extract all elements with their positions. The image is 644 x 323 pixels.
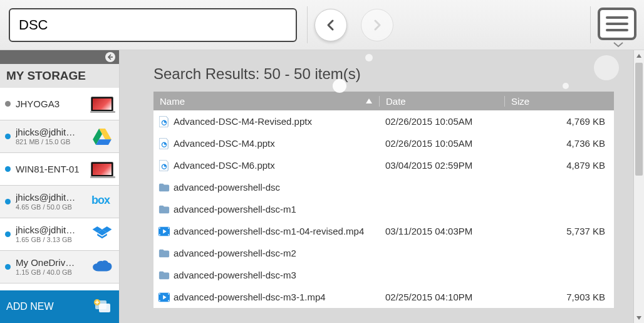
caret-up-icon (636, 53, 642, 59)
status-dot (5, 199, 11, 204)
sort-asc-icon (365, 97, 373, 105)
add-new-button[interactable]: ADD NEW (0, 290, 119, 323)
status-dot (5, 166, 11, 172)
svg-rect-28 (168, 300, 169, 301)
file-name: advanced-powershell-dsc-m3-1.mp4 (174, 292, 326, 302)
cell-date: 03/04/2015 02:59PM (379, 160, 504, 171)
onedrive-icon (90, 258, 114, 277)
column-label: Name (160, 96, 185, 107)
sidebar: MY STORAGE JHYOGA3jhicks@jdhit…821 MB / … (0, 50, 120, 323)
table-row[interactable]: Advanced-DSC-M6.pptx03/04/2015 02:59PM4,… (153, 154, 614, 176)
cell-name: advanced-powershell-dsc-m3 (153, 270, 379, 281)
mp4-icon (158, 292, 170, 303)
table-row[interactable]: Advanced-DSC-M4.pptx02/26/2015 10:05AM4,… (153, 132, 614, 154)
column-header-date[interactable]: Date (379, 96, 504, 107)
topbar (0, 0, 644, 50)
results-title: Search Results: 50 - 50 item(s) (153, 65, 614, 83)
column-label: Size (511, 96, 529, 107)
storage-meta: 4.65 GB / 50.0 GB (16, 203, 90, 211)
table-row[interactable]: Advanced-DSC-M4-Revised.pptx02/26/2015 1… (153, 110, 614, 132)
scroll-down-button[interactable] (634, 312, 644, 323)
storage-text: WIN81-ENT-01 (16, 164, 90, 175)
svg-marker-31 (636, 316, 641, 320)
storage-text: jhicks@jdhit…1.65 GB / 3.13 GB (16, 225, 90, 244)
table-row[interactable]: advanced-powershell-dsc-m1 (153, 198, 614, 220)
chevron-right-icon (371, 19, 383, 31)
svg-rect-26 (159, 300, 160, 301)
svg-marker-30 (636, 54, 641, 58)
nav-forward-button[interactable] (361, 9, 393, 41)
storage-item[interactable]: jhicks@jdhit…4.65 GB / 50.0 GBbox (0, 186, 119, 218)
search-input[interactable] (9, 8, 297, 42)
vertical-scrollbar[interactable] (633, 50, 644, 323)
column-header-size[interactable]: Size (504, 96, 614, 107)
cell-date: 03/11/2015 04:03PM (379, 226, 504, 236)
storage-name: My OneDriv… (16, 257, 90, 268)
table-row[interactable]: advanced-powershell-dsc-m3-1.mp402/25/20… (153, 286, 614, 308)
storage-item[interactable]: jhicks@jdhit…821 MB / 15.0 GB (0, 120, 119, 153)
storage-text: jhicks@jdhit…4.65 GB / 50.0 GB (16, 192, 90, 211)
cell-name: advanced-powershell-dsc-m1-04-revised.mp… (153, 226, 379, 237)
storage-meta: 1.15 GB / 40.0 GB (16, 268, 90, 277)
svg-rect-25 (159, 293, 160, 294)
svg-rect-20 (159, 234, 160, 235)
table-row[interactable]: advanced-powershell-dsc (153, 176, 614, 198)
storage-name: JHYOGA3 (16, 98, 90, 110)
cell-name: Advanced-DSC-M6.pptx (153, 160, 379, 171)
cell-name: Advanced-DSC-M4.pptx (153, 138, 379, 149)
storage-name: jhicks@jdhit… (16, 127, 90, 138)
cell-name: advanced-powershell-dsc-m2 (153, 248, 379, 259)
storage-item[interactable]: WIN81-ENT-01 (0, 153, 119, 186)
content-area: Search Results: 50 - 50 item(s) Name Dat… (120, 50, 644, 323)
file-name: advanced-powershell-dsc-m1 (174, 204, 296, 214)
folder-icon (158, 204, 170, 215)
storage-list: JHYOGA3jhicks@jdhit…821 MB / 15.0 GBWIN8… (0, 88, 119, 290)
column-header-name[interactable]: Name (153, 96, 379, 107)
folder-icon (158, 182, 170, 193)
add-storage-icon (93, 299, 113, 315)
table-body: Advanced-DSC-M4-Revised.pptx02/26/2015 1… (153, 110, 614, 308)
scroll-up-button[interactable] (634, 50, 644, 61)
pptx-icon (158, 116, 170, 127)
hamburger-menu-button[interactable] (598, 8, 636, 40)
storage-name: jhicks@jdhit… (16, 225, 90, 236)
scroll-track[interactable] (634, 61, 644, 312)
hamburger-bar (606, 23, 628, 25)
table-row[interactable]: advanced-powershell-dsc-m1-04-revised.mp… (153, 220, 614, 242)
cell-name: advanced-powershell-dsc-m3-1.mp4 (153, 292, 379, 303)
storage-item[interactable]: My OneDriv…1.15 GB / 40.0 GB (0, 251, 119, 283)
collapse-sidebar-button[interactable] (105, 52, 115, 62)
cell-name: advanced-powershell-dsc (153, 182, 379, 193)
sidebar-title: MY STORAGE (0, 64, 119, 88)
file-name: Advanced-DSC-M6.pptx (174, 160, 275, 171)
folder-icon (158, 270, 170, 281)
chevron-left-icon (325, 19, 337, 31)
status-dot (5, 231, 11, 237)
cell-size: 4,879 KB (504, 160, 614, 171)
topbar-divider-right (590, 6, 591, 43)
column-label: Date (386, 96, 406, 107)
storage-text: jhicks@jdhit…821 MB / 15.0 GB (16, 127, 90, 146)
hamburger-bar (606, 16, 628, 19)
storage-name: jhicks@jdhit… (16, 192, 90, 203)
status-dot (5, 264, 11, 270)
file-name: Advanced-DSC-M4-Revised.pptx (174, 116, 312, 127)
table-header: Name Date Size (153, 92, 614, 110)
cell-size: 4,736 KB (504, 138, 614, 149)
table-row[interactable]: advanced-powershell-dsc-m2 (153, 242, 614, 264)
storage-name: WIN81-ENT-01 (16, 164, 90, 175)
laptop-icon (90, 160, 114, 179)
nav-back-button[interactable] (314, 9, 347, 41)
table-row[interactable]: advanced-powershell-dsc-m3 (153, 264, 614, 286)
mp4-icon (158, 226, 170, 237)
caret-down-icon (636, 315, 642, 321)
gdrive-icon (90, 127, 114, 146)
scroll-thumb[interactable] (635, 63, 643, 176)
folder-icon (158, 248, 170, 259)
topbar-divider (307, 6, 308, 43)
laptop-icon (90, 95, 114, 114)
storage-item[interactable]: JHYOGA3 (0, 88, 119, 120)
status-dot (5, 101, 11, 107)
storage-item[interactable]: jhicks@jdhit…1.65 GB / 3.13 GB (0, 218, 119, 251)
storage-text: My OneDriv…1.15 GB / 40.0 GB (16, 257, 90, 277)
